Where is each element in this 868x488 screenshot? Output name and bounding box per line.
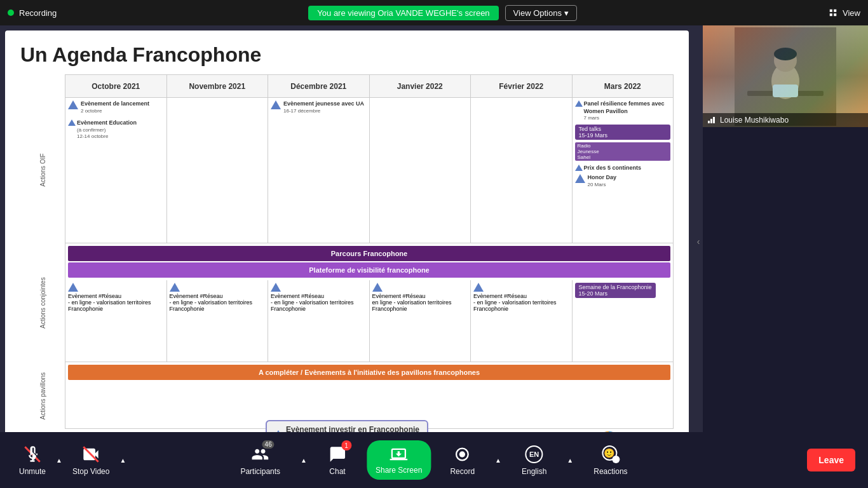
header-dec: Décembre 2021 bbox=[268, 75, 370, 97]
stop-video-button[interactable]: Stop Video bbox=[66, 440, 116, 480]
english-icon: EN bbox=[524, 444, 545, 464]
timeline-table: Octobre 2021 Novembre 2021 Décembre 2021… bbox=[65, 74, 674, 429]
conjointes-oct: Evènement #Réseau- en ligne - valorisati… bbox=[65, 280, 167, 362]
top-bar-right: View bbox=[829, 8, 860, 18]
section-conjointes: Parcours Francophone Plateforme de visib… bbox=[65, 243, 673, 362]
leave-button[interactable]: Leave bbox=[807, 449, 855, 471]
svg-rect-2 bbox=[830, 13, 832, 16]
triangle-icon bbox=[68, 100, 78, 109]
video-panel: Louise Mushikiwabo bbox=[703, 25, 868, 458]
triangle-conj-oct bbox=[68, 283, 78, 292]
record-arrow-button[interactable]: ▲ bbox=[494, 453, 503, 468]
record-icon bbox=[452, 444, 473, 464]
ted-talks-pill: Ted talks15-19 Mars bbox=[575, 125, 671, 140]
parcours-bar: Parcours Francophone bbox=[68, 246, 670, 261]
timeline-wrapper: Actions OIF Actions conjointes Actions p… bbox=[20, 74, 674, 429]
slide-title: Un Agenda Francophone bbox=[20, 43, 674, 67]
svg-rect-3 bbox=[834, 13, 836, 16]
participants-icon: 46 bbox=[250, 444, 271, 464]
stop-video-label: Stop Video bbox=[72, 467, 110, 476]
header-nov: Novembre 2021 bbox=[167, 75, 269, 97]
radio-pill: RadioJeunesseSahel bbox=[575, 142, 671, 161]
header-feb: Février 2022 bbox=[471, 75, 573, 97]
share-screen-icon bbox=[390, 445, 408, 463]
triangle-conj-dec bbox=[271, 283, 281, 292]
triangle-honor-icon bbox=[575, 174, 585, 183]
header-jan: Janvier 2022 bbox=[370, 75, 471, 97]
video-arrow-button[interactable]: ▲ bbox=[118, 453, 127, 468]
top-bar-left: Recording bbox=[8, 8, 57, 18]
toolbar-right: Leave bbox=[807, 449, 855, 471]
video-bg-flags bbox=[703, 25, 868, 127]
row-label-pavillons: Actions pavillons bbox=[20, 363, 65, 429]
reactions-icon: 🙂 + bbox=[600, 444, 621, 464]
conjointes-feb: Evènement #Réseau- en ligne - valorisati… bbox=[471, 280, 573, 362]
row-labels: Actions OIF Actions conjointes Actions p… bbox=[20, 74, 65, 429]
participants-arrow-button[interactable]: ▲ bbox=[299, 453, 308, 468]
triangle-dec-icon bbox=[271, 100, 281, 109]
semaine-pill: Semaine de la Francophonie15-20 Mars bbox=[575, 283, 656, 298]
row-label-oif: Actions OIF bbox=[20, 97, 65, 243]
reactions-label: Reactions bbox=[593, 467, 627, 476]
svg-point-14 bbox=[459, 451, 465, 457]
conjointes-nov: Evènement #Réseau- en ligne - valorisati… bbox=[167, 280, 269, 362]
chat-label: Chat bbox=[329, 467, 345, 476]
triangle-conj-nov bbox=[170, 283, 180, 292]
toolbar-left: Unmute ▲ Stop Video ▲ bbox=[13, 440, 127, 480]
participants-count: 46 bbox=[262, 440, 275, 449]
unmute-button[interactable]: Unmute bbox=[13, 440, 52, 480]
participants-label: Participants bbox=[240, 467, 280, 476]
conjointes-bars: Parcours Francophone Plateforme de visib… bbox=[65, 243, 673, 280]
section-oif: Evènement de lancement2 octobre Evènemen… bbox=[65, 98, 673, 243]
english-label: English bbox=[522, 467, 546, 476]
view-options-button[interactable]: View Options ▾ bbox=[505, 5, 577, 21]
top-bar: Recording You are viewing Oria VANDE WEG… bbox=[0, 0, 868, 25]
slide-container: Un Agenda Francophone Actions OIF Action… bbox=[5, 30, 689, 452]
header-row: Octobre 2021 Novembre 2021 Décembre 2021… bbox=[65, 75, 673, 98]
share-screen-label: Share Screen bbox=[376, 466, 422, 475]
chat-icon: 1 bbox=[327, 444, 348, 464]
conjointes-bottom-row: Evènement #Réseau- en ligne - valorisati… bbox=[65, 280, 673, 362]
grid-icon bbox=[829, 8, 837, 17]
triangle-mars-icon bbox=[575, 100, 583, 107]
signal-bars-icon bbox=[708, 117, 715, 123]
camera-icon bbox=[81, 444, 101, 464]
record-button[interactable]: Record bbox=[444, 440, 481, 480]
svg-rect-0 bbox=[830, 10, 832, 12]
mic-arrow-button[interactable]: ▲ bbox=[55, 453, 64, 468]
share-screen-button[interactable]: Share Screen bbox=[367, 440, 431, 480]
section-pavillons: A compléter / Evènements à l'initiative … bbox=[65, 362, 673, 428]
triangle-prix-icon bbox=[575, 165, 583, 171]
oif-jan bbox=[370, 98, 471, 243]
person-name: Louise Mushikiwabo bbox=[720, 116, 789, 125]
chat-badge: 1 bbox=[341, 440, 351, 451]
oif-feb bbox=[471, 98, 573, 243]
english-arrow-button[interactable]: ▲ bbox=[566, 453, 574, 468]
sidebar-handle[interactable]: ‹ bbox=[694, 25, 703, 458]
bottom-toolbar: Unmute ▲ Stop Video ▲ 46 bbox=[0, 432, 868, 488]
recording-label: Recording bbox=[19, 8, 57, 18]
oif-mars: Panel résilience femmes avec Women Pavil… bbox=[573, 98, 674, 243]
video-thumbnail: Louise Mushikiwabo bbox=[703, 25, 868, 127]
triangle-conj-jan bbox=[372, 283, 383, 292]
oif-dec: Evènement jeunesse avec UA16-17 décembre bbox=[268, 98, 370, 243]
oif-nov bbox=[167, 98, 269, 243]
participants-button[interactable]: 46 Participants bbox=[234, 440, 287, 480]
viewing-banner: You are viewing Oria VANDE WEGHE's scree… bbox=[308, 6, 498, 20]
chat-button[interactable]: 1 Chat bbox=[321, 440, 354, 480]
triangle-conj-feb bbox=[473, 283, 484, 292]
record-label: Record bbox=[450, 467, 475, 476]
header-mars: Mars 2022 bbox=[573, 75, 674, 97]
reactions-button[interactable]: 🙂 + Reactions bbox=[587, 440, 634, 480]
video-name-bar: Louise Mushikiwabo bbox=[703, 113, 868, 127]
toolbar-center: 46 Participants ▲ 1 Chat Share Screen bbox=[234, 440, 634, 480]
oif-oct: Evènement de lancement2 octobre Evènemen… bbox=[65, 98, 167, 243]
recording-dot bbox=[8, 10, 14, 16]
english-button[interactable]: EN English bbox=[515, 440, 553, 480]
top-bar-center: You are viewing Oria VANDE WEGHE's scree… bbox=[308, 5, 577, 21]
main-area: Un Agenda Francophone Actions OIF Action… bbox=[0, 25, 868, 458]
conjointes-dec: Evènement #Réseau- en ligne - valorisati… bbox=[268, 280, 370, 362]
mic-icon bbox=[22, 444, 43, 464]
conjointes-jan: Evènement #Réseauen ligne - valorisation… bbox=[370, 280, 471, 362]
slide-content: Un Agenda Francophone Actions OIF Action… bbox=[5, 30, 689, 452]
